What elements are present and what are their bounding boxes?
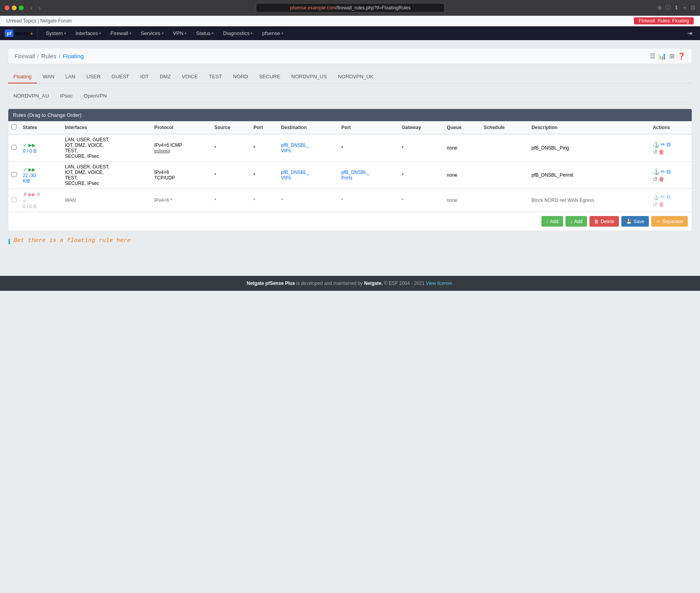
row1-delete-icon[interactable]: 🗑 xyxy=(659,149,664,155)
row2-select[interactable] xyxy=(11,172,17,177)
tab-iot[interactable]: IOT xyxy=(135,70,154,83)
minimize-button[interactable] xyxy=(12,6,17,10)
row2-action-icons: ⚓ ✏ ⧉ ↺ 🗑 xyxy=(653,168,689,182)
tab-nord[interactable]: NORD xyxy=(227,70,253,83)
row2-src-port: * xyxy=(250,162,278,189)
row2-copy-icon[interactable]: ⧉ xyxy=(667,168,670,175)
row2-states-link[interactable]: 22 /30KiB xyxy=(23,173,36,184)
traffic-lights xyxy=(5,6,24,10)
col-dst-port: Port xyxy=(338,121,399,134)
row3-checkbox xyxy=(8,189,20,212)
nav-services[interactable]: Services ▾ xyxy=(136,26,168,40)
row2-dest-link[interactable]: pfB_DNSBL_VIPs xyxy=(281,170,309,181)
tab-nordvpn-us[interactable]: NORDVPN_US xyxy=(286,70,332,83)
row1-edit-icon[interactable]: ✏ xyxy=(661,141,665,148)
tab-dmz[interactable]: DMZ xyxy=(154,70,176,83)
list-icon[interactable]: ☰ xyxy=(650,52,655,60)
nav-firewall[interactable]: Firewall ▾ xyxy=(106,26,136,40)
row3-anchor-icon[interactable]: ⚓ xyxy=(653,194,659,200)
nav-vpn[interactable]: VPN ▾ xyxy=(168,26,192,40)
breadcrumb-firewall[interactable]: Firewall xyxy=(15,53,35,59)
help-icon[interactable]: ❓ xyxy=(678,52,685,60)
row3-edit-icon[interactable]: ✏ xyxy=(661,194,665,200)
close-button[interactable] xyxy=(5,6,9,10)
row1-copy-icon[interactable]: ⧉ xyxy=(667,141,670,148)
row2-dst-port-link[interactable]: pfB_DNSBL_Ports xyxy=(342,170,369,181)
share-icon[interactable]: ⬆ xyxy=(674,4,679,11)
maximize-button[interactable] xyxy=(19,6,24,10)
tab-floating[interactable]: Floating xyxy=(8,70,37,83)
nav-status[interactable]: Status ▾ xyxy=(191,26,218,40)
tab-secure[interactable]: SECURE xyxy=(253,70,286,83)
row3-queue: none xyxy=(444,189,481,212)
row3-delete-icon[interactable]: 🗑 xyxy=(659,201,664,207)
tab-voice[interactable]: VOICE xyxy=(176,70,203,83)
info-icon[interactable]: ⓘ xyxy=(665,4,671,11)
row3-reset-icon[interactable]: ↺ xyxy=(653,201,658,207)
row3-select[interactable] xyxy=(11,197,17,202)
brand[interactable]: pf sense + xyxy=(5,26,38,40)
nav-interfaces[interactable]: Interfaces ▾ xyxy=(71,26,106,40)
row3-arrow-icons: ▶▶ xyxy=(28,192,35,197)
row3-actions: ⚓ ✏ ⧉ ↺ 🗑 xyxy=(650,189,692,212)
tab-ipsec[interactable]: IPsec xyxy=(54,90,78,103)
row1-reset-icon[interactable]: ↺ xyxy=(653,149,658,155)
nav-pfsense[interactable]: pfsense ▾ xyxy=(257,26,288,40)
back-button[interactable]: ‹ xyxy=(28,4,35,12)
delete-trash-icon: 🗑 xyxy=(594,219,599,224)
row2-edit-icon[interactable]: ✏ xyxy=(661,168,665,175)
row2-reset-icon[interactable]: ↺ xyxy=(653,176,658,182)
table-icon[interactable]: ⊞ xyxy=(669,52,674,60)
bookmark-icon[interactable]: ⊕ xyxy=(658,4,662,11)
add-top-arrow-icon: ↑ xyxy=(546,219,549,224)
breadcrumb-rules[interactable]: Rules xyxy=(41,53,56,59)
chart-icon[interactable]: 📊 xyxy=(658,52,666,60)
info-message-text: Bet there is a floating rule here xyxy=(14,237,131,244)
row1-protocol-link[interactable]: echoreq xyxy=(154,148,170,153)
nav-logout-icon[interactable]: ⇥ xyxy=(684,27,695,40)
row2-delete-icon[interactable]: 🗑 xyxy=(659,176,664,182)
separator-button[interactable]: ＋ Separator xyxy=(651,216,688,227)
row1-destination: pfB_DNSBL_VIPs xyxy=(278,134,338,162)
row1-protocol: IPv4+6 ICMPechoreq xyxy=(151,134,211,162)
row3-copy-icon[interactable]: ⧉ xyxy=(667,194,670,200)
delete-button[interactable]: 🗑 Delete xyxy=(589,216,619,227)
url-suffix: /firewall_rules.php?if=FloatingRules xyxy=(336,5,411,11)
row3-states-link[interactable]: 0 / 0 B xyxy=(23,204,37,209)
info-section: ℹ Bet there is a floating rule here xyxy=(8,231,692,252)
tab-openvpn[interactable]: OpenVPN xyxy=(78,90,113,103)
brand-name: sense xyxy=(15,30,29,36)
row2-anchor-icon[interactable]: ⚓ xyxy=(653,168,659,175)
footer-license-link[interactable]: View license. xyxy=(426,281,453,286)
row3-state-icons: ✗ ▶▶ ⚙ xyxy=(23,191,59,198)
add-bottom-button[interactable]: ↓ Add xyxy=(565,216,587,227)
add-top-button[interactable]: ↑ Add xyxy=(541,216,563,227)
row3-gear-icon: ⚙ xyxy=(36,192,41,197)
row3-description: Block NORD net WAN Egress xyxy=(528,189,650,212)
tab-guest[interactable]: GUEST xyxy=(106,70,135,83)
row1-dest-link[interactable]: pfB_DNSBL_VIPs xyxy=(281,142,309,153)
tab-nordvpn-uk[interactable]: NORDVPN_UK xyxy=(332,70,379,83)
save-button[interactable]: 💾 Save xyxy=(621,216,649,227)
add-bottom-arrow-icon: ↓ xyxy=(570,219,573,224)
row1-states-link[interactable]: 0 / 0 B xyxy=(23,148,37,154)
tab-wan[interactable]: WAN xyxy=(37,70,60,83)
footer: Netgate pfSense Plus is developed and ma… xyxy=(0,276,700,291)
newtab-icon[interactable]: ＋ xyxy=(682,4,687,11)
row1-select[interactable] xyxy=(11,145,17,150)
select-all-checkbox[interactable] xyxy=(11,124,17,129)
sidebar-icon[interactable]: ⊡ xyxy=(691,4,695,11)
tab-user[interactable]: USER xyxy=(81,70,106,83)
nav-right: ⇥ xyxy=(684,30,695,37)
tab-nordvpn-au[interactable]: NORDVPN_AU xyxy=(8,90,54,103)
tab-test[interactable]: TEST xyxy=(203,70,227,83)
nav-system[interactable]: System ▾ xyxy=(41,26,70,40)
tab-lan[interactable]: LAN xyxy=(60,70,81,83)
row3-protocol: IPv4+6 * xyxy=(151,189,211,212)
nav-diagnostics[interactable]: Diagnostics ▾ xyxy=(218,26,257,40)
address-bar[interactable]: pfsense.example.com/firewall_rules.php?i… xyxy=(256,3,445,13)
row1-anchor-icon[interactable]: ⚓ xyxy=(653,141,659,148)
forward-button[interactable]: › xyxy=(37,4,43,12)
row2-gateway: * xyxy=(399,162,444,189)
row1-checkbox xyxy=(8,134,20,162)
